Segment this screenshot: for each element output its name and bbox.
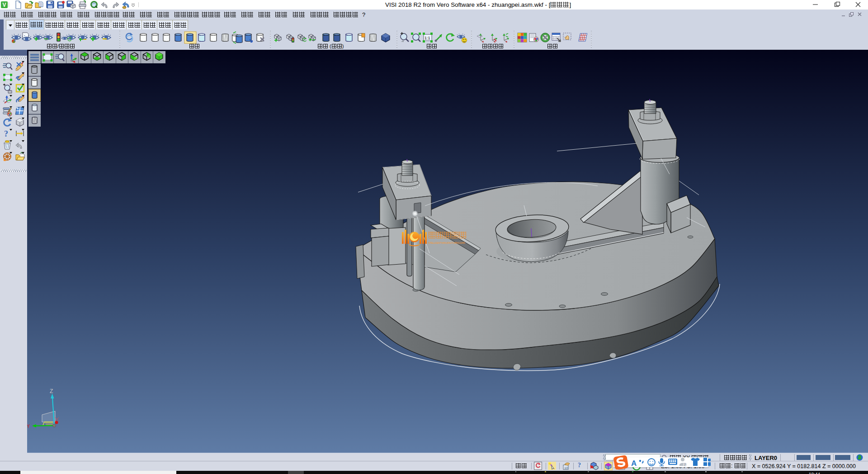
svg-text:?: ? — [4, 129, 8, 138]
svg-text:7: 7 — [684, 463, 686, 466]
svg-text:10: 10 — [564, 466, 568, 469]
svg-text:Y: Y — [27, 423, 30, 429]
svg-text:A: A — [631, 459, 637, 468]
svg-text:Z: Z — [50, 388, 53, 394]
svg-text:V: V — [3, 2, 6, 8]
svg-text:INTELLIGENT MANUFACTURING DATA: INTELLIGENT MANUFACTURING DATA — [428, 242, 465, 244]
svg-text:1:1: 1:1 — [425, 36, 430, 40]
